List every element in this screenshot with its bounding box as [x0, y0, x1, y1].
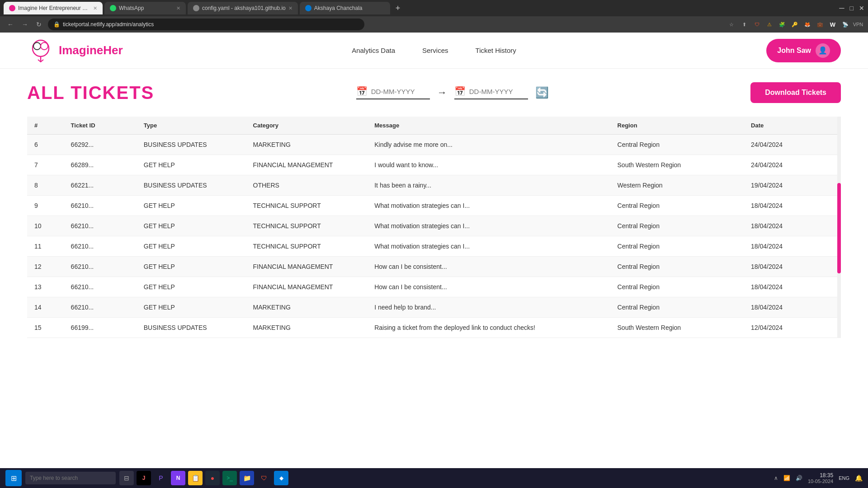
table-row[interactable]: 9 66210... GET HELP TECHNICAL SUPPORT Wh… [27, 196, 841, 216]
taskbar-app-files[interactable]: 📁 [240, 471, 254, 485]
close-icon[interactable]: ✕ [859, 5, 864, 12]
forward-button[interactable]: → [20, 19, 30, 30]
taskbar-app-phpstorm[interactable]: P [154, 471, 168, 485]
clock-date: 10-05-2024 [808, 479, 833, 484]
extension-5-icon[interactable]: 📡 [841, 20, 850, 29]
taskbar-search-input[interactable] [25, 472, 116, 484]
phpstorm-icon: P [159, 474, 163, 482]
taskbar-app-jetbrains[interactable]: J [137, 471, 151, 485]
cell-category: FINANCIAL MANAGEMENT [246, 155, 368, 175]
nav-ticket-history[interactable]: Ticket History [476, 47, 516, 54]
maximize-icon[interactable]: □ [850, 5, 854, 12]
cell-region: Central Region [610, 277, 744, 297]
tab-close-imagine-her[interactable]: ✕ [93, 5, 97, 11]
taskbar-app-brave[interactable]: 🛡 [257, 471, 271, 485]
table-row[interactable]: 13 66210... GET HELP FINANCIAL MANAGEMEN… [27, 277, 841, 297]
cell-region: Central Region [610, 216, 744, 236]
extension-2-icon[interactable]: 🔑 [790, 20, 799, 29]
cell-id: 66210... [64, 216, 137, 236]
start-date-input[interactable] [371, 88, 430, 95]
extensions-icon[interactable]: 🧩 [778, 20, 787, 29]
cell-category: OTHERS [246, 175, 368, 196]
vpn-icon[interactable]: VPN [854, 20, 863, 29]
volume-icon: 🔊 [796, 475, 802, 481]
warning-icon: ⚠ [765, 20, 774, 29]
app-header: ♀ ImagineHer Analytics Data Services Tic… [0, 33, 868, 69]
col-header-id: Ticket ID [64, 117, 137, 135]
taskbar-app-vscode[interactable]: ◆ [274, 471, 288, 485]
extension-4-icon[interactable]: 💼 [816, 20, 825, 29]
tab-favicon-akshaya [305, 5, 311, 11]
logo-text-pink: Her [103, 43, 123, 57]
col-header-date: Date [744, 117, 841, 135]
windows-logo-icon: ⊞ [11, 474, 17, 483]
brave-shield-icon[interactable]: 🛡 [752, 20, 761, 29]
taskbar-app-sticky[interactable]: 📋 [188, 471, 203, 485]
cell-date: 18/04/2024 [744, 196, 841, 216]
taskbar-app-circle[interactable]: ● [205, 471, 220, 485]
table-row[interactable]: 10 66210... GET HELP TECHNICAL SUPPORT W… [27, 216, 841, 236]
url-text: ticketportal.netlify.app/admin/analytics [63, 21, 154, 28]
start-button[interactable]: ⊞ [5, 470, 22, 486]
table-header-row: # Ticket ID Type Category Message Region… [27, 117, 841, 135]
share-icon[interactable]: ⬆ [740, 20, 749, 29]
refresh-icon[interactable]: 🔄 [535, 86, 549, 99]
browser-chrome: Imagine Her Entrepreneur Supp ✕ WhatsApp… [0, 0, 868, 16]
tab-whatsapp[interactable]: WhatsApp ✕ [104, 2, 186, 14]
star-icon[interactable]: ☆ [727, 20, 736, 29]
minimize-icon[interactable]: ─ [839, 4, 844, 12]
tab-close-config[interactable]: ✕ [288, 5, 292, 11]
cell-id: 66210... [64, 257, 137, 277]
tab-config-yaml[interactable]: config.yaml - akshaya101.github.io ✕ [188, 2, 298, 14]
tab-akshaya[interactable]: Akshaya Chanchala [300, 2, 390, 14]
nav-services[interactable]: Services [422, 47, 448, 54]
cell-category: TECHNICAL SUPPORT [246, 196, 368, 216]
onenote-icon: N [176, 475, 180, 481]
address-bar[interactable]: 🔒 ticketportal.netlify.app/admin/analyti… [48, 19, 364, 30]
system-clock[interactable]: 18:35 10-05-2024 [808, 472, 833, 484]
table-row[interactable]: 15 66199... BUSINESS UPDATES MARKETING R… [27, 318, 841, 338]
new-tab-button[interactable]: + [392, 4, 404, 13]
taskbar-app-taskview[interactable]: ⊟ [119, 471, 134, 485]
taskbar-app-onenote[interactable]: N [171, 471, 185, 485]
cell-num: 6 [27, 135, 64, 155]
col-header-num: # [27, 117, 64, 135]
extension-3-icon[interactable]: 🦊 [803, 20, 812, 29]
cell-type: BUSINESS UPDATES [137, 318, 246, 338]
reload-button[interactable]: ↻ [34, 19, 43, 30]
cell-region: Central Region [610, 236, 744, 257]
back-button[interactable]: ← [5, 19, 15, 30]
cell-type: BUSINESS UPDATES [137, 135, 246, 155]
tab-imagine-her[interactable]: Imagine Her Entrepreneur Supp ✕ [4, 2, 103, 14]
end-date-input[interactable] [469, 88, 528, 95]
table-row[interactable]: 7 66289... GET HELP FINANCIAL MANAGEMENT… [27, 155, 841, 175]
tab-close-whatsapp[interactable]: ✕ [176, 5, 180, 11]
cell-type: GET HELP [137, 216, 246, 236]
cell-message: What motivation strategies can I... [367, 216, 610, 236]
tab-label-imagine-her: Imagine Her Entrepreneur Supp [18, 5, 90, 11]
scrollbar-track [837, 117, 841, 338]
table-row[interactable]: 14 66210... GET HELP MARKETING I need he… [27, 297, 841, 318]
taskbar-app-terminal[interactable]: >_ [222, 471, 237, 485]
user-name-label: John Saw [777, 47, 811, 55]
table-row[interactable]: 8 66221... BUSINESS UPDATES OTHERS It ha… [27, 175, 841, 196]
network-icon: 📶 [783, 475, 790, 481]
nav-analytics-data[interactable]: Analytics Data [352, 47, 395, 54]
cell-num: 15 [27, 318, 64, 338]
jetbrains-icon: J [142, 475, 146, 481]
extension-w-icon[interactable]: W [828, 20, 837, 29]
cell-id: 66210... [64, 277, 137, 297]
cell-message: Raising a ticket from the deployed link … [367, 318, 610, 338]
table-row[interactable]: 6 66292... BUSINESS UPDATES MARKETING Ki… [27, 135, 841, 155]
tab-label-whatsapp: WhatsApp [119, 5, 144, 11]
table-row[interactable]: 11 66210... GET HELP TECHNICAL SUPPORT W… [27, 236, 841, 257]
tab-favicon-config [193, 5, 199, 11]
cell-date: 18/04/2024 [744, 236, 841, 257]
cell-category: MARKETING [246, 135, 368, 155]
download-tickets-button[interactable]: Download Tickets [750, 82, 841, 103]
table-row[interactable]: 12 66210... GET HELP FINANCIAL MANAGEMEN… [27, 257, 841, 277]
scrollbar-thumb[interactable] [837, 183, 841, 273]
notification-icon[interactable]: 🔔 [855, 474, 863, 482]
cell-num: 10 [27, 216, 64, 236]
user-profile-button[interactable]: John Saw 👤 [766, 39, 841, 62]
